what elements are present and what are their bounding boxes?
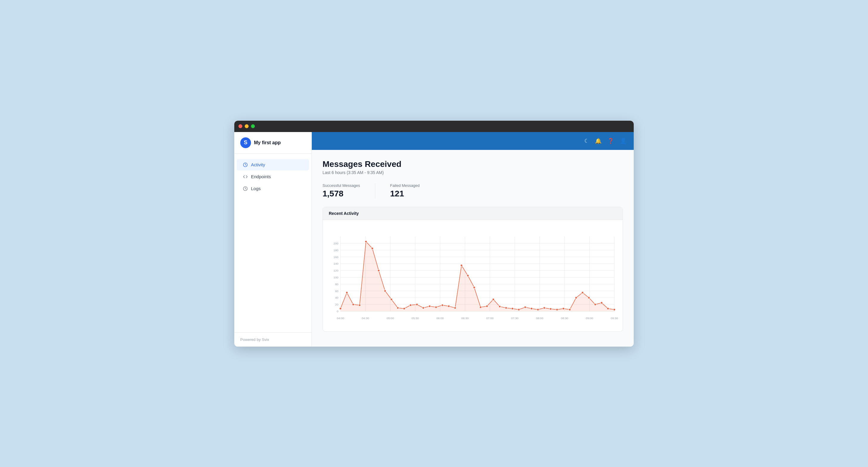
svg-point-74: [499, 305, 501, 307]
svg-point-89: [594, 303, 596, 306]
svg-text:120: 120: [334, 269, 339, 272]
page-subtitle: Last 6 hours (3:35 AM - 9:35 AM): [322, 170, 623, 175]
sidebar-item-activity[interactable]: Activity: [237, 159, 309, 170]
minimize-button[interactable]: [245, 124, 249, 128]
svg-text:06:30: 06:30: [461, 316, 469, 320]
stat-successful-label: Successful Messages: [322, 183, 360, 188]
svg-text:80: 80: [335, 282, 338, 285]
sidebar-item-label-activity: Activity: [251, 162, 265, 167]
svg-point-88: [588, 297, 590, 299]
svg-point-76: [512, 307, 514, 309]
stat-divider: [375, 183, 375, 198]
stat-successful: Successful Messages 1,578: [322, 183, 360, 198]
activity-icon: [243, 162, 248, 167]
sidebar-item-label-endpoints: Endpoints: [251, 174, 271, 179]
chart-header: Recent Activity: [323, 207, 623, 220]
svg-point-91: [607, 307, 609, 309]
svg-text:07:30: 07:30: [511, 316, 519, 320]
svg-point-56: [384, 290, 386, 292]
svg-point-85: [569, 308, 571, 311]
svg-point-52: [359, 304, 361, 306]
svg-point-75: [505, 307, 507, 309]
svg-point-92: [613, 308, 615, 311]
svg-point-57: [391, 298, 393, 301]
chart-body: 02040608010012014016018020004:0004:3005:…: [323, 220, 623, 332]
svg-point-50: [346, 291, 348, 293]
svg-point-72: [486, 305, 488, 307]
svg-text:08:00: 08:00: [536, 316, 544, 320]
app-window: S My first app Activity: [234, 121, 634, 347]
chart-card: Recent Activity 020406080100120140160180…: [322, 207, 623, 332]
svg-point-65: [441, 304, 443, 306]
svg-point-66: [448, 305, 450, 307]
svg-point-87: [582, 291, 584, 293]
stats-row: Successful Messages 1,578 Failed Message…: [322, 183, 623, 198]
app-logo: S: [240, 137, 251, 148]
svg-point-62: [422, 307, 424, 309]
svg-point-71: [479, 306, 482, 308]
svg-text:04:00: 04:00: [337, 316, 344, 320]
svg-point-78: [524, 306, 526, 308]
svg-text:60: 60: [335, 289, 338, 292]
svg-text:05:30: 05:30: [412, 316, 419, 320]
svg-text:20: 20: [335, 303, 338, 306]
svg-point-49: [340, 307, 342, 309]
svg-point-58: [397, 307, 399, 309]
stat-failed-label: Failed Messaged: [390, 183, 420, 188]
sidebar-app-name: My first app: [254, 140, 281, 146]
svg-point-68: [461, 264, 463, 266]
sidebar-nav: Activity Endpoints: [234, 154, 311, 332]
stat-successful-value: 1,578: [322, 189, 360, 198]
sidebar-item-endpoints[interactable]: Endpoints: [237, 171, 309, 182]
svg-point-77: [518, 308, 520, 311]
sidebar: S My first app Activity: [234, 132, 312, 347]
svg-text:100: 100: [334, 276, 339, 279]
svg-point-61: [416, 303, 418, 306]
svg-point-60: [409, 304, 412, 306]
svg-text:05:00: 05:00: [386, 316, 394, 320]
svg-text:180: 180: [334, 248, 339, 252]
svg-text:08:30: 08:30: [561, 316, 568, 320]
svg-point-55: [378, 270, 380, 272]
svg-point-51: [352, 303, 354, 306]
svg-text:06:00: 06:00: [436, 316, 444, 320]
svg-point-69: [467, 275, 469, 277]
svg-text:07:00: 07:00: [486, 316, 494, 320]
svg-point-80: [537, 308, 539, 311]
close-button[interactable]: [239, 124, 242, 128]
content-area: Messages Received Last 6 hours (3:35 AM …: [312, 150, 634, 347]
help-icon[interactable]: ❓: [608, 138, 614, 144]
sidebar-item-label-logs: Logs: [251, 186, 261, 191]
app-layout: S My first app Activity: [234, 132, 634, 347]
svg-point-59: [403, 307, 405, 309]
svg-point-53: [365, 241, 367, 243]
theme-toggle-icon[interactable]: ☾: [584, 138, 589, 144]
svg-point-83: [556, 308, 558, 311]
topbar: ☾ 🔔 ❓ 👤: [312, 132, 634, 150]
sidebar-item-logs[interactable]: Logs: [237, 183, 309, 194]
user-icon[interactable]: 👤: [620, 138, 626, 144]
svg-point-70: [473, 286, 475, 288]
svg-point-84: [562, 307, 564, 309]
svg-point-54: [371, 247, 373, 249]
svg-point-79: [531, 307, 533, 309]
code-icon: [243, 174, 248, 179]
notifications-icon[interactable]: 🔔: [595, 138, 601, 144]
activity-chart: 02040608010012014016018020004:0004:3005:…: [326, 226, 620, 327]
svg-point-67: [454, 307, 456, 309]
svg-text:140: 140: [334, 262, 339, 265]
svg-point-82: [550, 308, 552, 310]
chart-title: Recent Activity: [329, 211, 359, 216]
svg-text:09:30: 09:30: [611, 316, 618, 320]
titlebar: [234, 121, 634, 132]
svg-text:04:30: 04:30: [362, 316, 369, 320]
sidebar-header: S My first app: [234, 132, 311, 154]
main-content: ☾ 🔔 ❓ 👤 Messages Received Last 6 hours (…: [312, 132, 634, 347]
sidebar-footer: Powered by Svix: [234, 332, 311, 347]
maximize-button[interactable]: [251, 124, 255, 128]
svg-point-86: [575, 297, 577, 299]
logs-icon: [243, 186, 248, 191]
svg-point-73: [492, 298, 495, 301]
stat-failed: Failed Messaged 121: [390, 183, 420, 198]
svg-text:40: 40: [335, 296, 338, 299]
